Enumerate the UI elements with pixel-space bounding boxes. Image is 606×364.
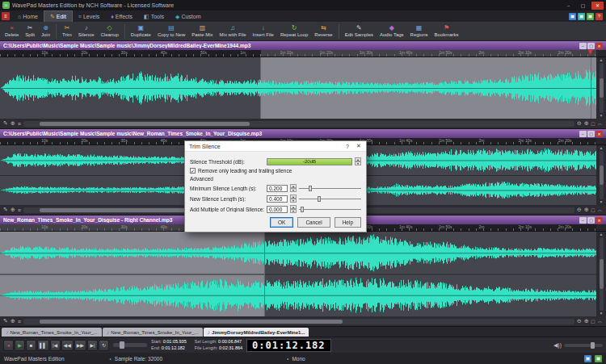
field-slider[interactable] (299, 185, 361, 192)
horizontal-scrollbar[interactable] (23, 121, 574, 127)
vertical-scrollbar[interactable]: ▲▼ (596, 145, 606, 205)
scrub-slider[interactable] (113, 343, 147, 347)
silence-button[interactable]: ♪Silence (76, 23, 97, 40)
vertical-scroll-track[interactable] (600, 63, 604, 113)
spinner-down-icon[interactable]: ▼ (355, 161, 361, 165)
edit-pencil-icon[interactable]: ✎ (3, 318, 8, 324)
statusbar-right-icon[interactable]: ▣ (595, 355, 602, 362)
spinner[interactable]: ▲▼ (290, 195, 297, 203)
track-close-button[interactable]: ✕ (595, 131, 603, 137)
mix-with-file-button[interactable]: ♫Mix with File (217, 23, 249, 40)
slider-thumb[interactable] (318, 196, 321, 202)
zoom-fit-icon[interactable]: ⇔ (597, 319, 603, 324)
scroll-thumb[interactable] (40, 122, 249, 126)
track-maximize-button[interactable]: ▢ (587, 131, 595, 137)
loop-button[interactable]: ↻ (99, 340, 109, 351)
timeline-ruler[interactable]: 10s20s30s40s50s1m1m 10s1m 20s1m 30s1m 40… (0, 50, 596, 56)
advanced-section-label[interactable]: Advanced (190, 176, 361, 182)
pause-button[interactable]: ▌▌ (37, 340, 49, 351)
spinner-down-icon[interactable]: ▼ (290, 188, 297, 192)
track-minimize-button[interactable]: – (579, 217, 587, 224)
track-minimize-button[interactable]: – (579, 131, 587, 137)
slider-thumb[interactable] (301, 207, 304, 212)
track-close-button[interactable]: ✕ (595, 43, 603, 49)
marker-add-icon[interactable]: ⊕ (11, 207, 15, 213)
suite-icon[interactable]: ▣ (578, 13, 585, 20)
cleanup-button[interactable]: ◇Cleanup (99, 23, 121, 40)
track-title-bar[interactable]: C:\Users\Public\Music\Sample Music\Sampl… (0, 129, 606, 138)
leading-trailing-checkbox[interactable]: ✓ (190, 168, 196, 174)
bookmarks-button[interactable]: ⚑Bookmarks (432, 23, 461, 40)
options-icon[interactable]: ≡ (18, 121, 21, 127)
vertical-scroll-thumb[interactable] (600, 78, 604, 98)
regions-button[interactable]: ▦Regions (408, 23, 431, 40)
zoom-in-icon[interactable]: ⊕ (584, 207, 589, 213)
tab-tools[interactable]: ◧Tools (138, 10, 170, 22)
app-menu-icon[interactable]: ≡ (2, 12, 10, 20)
scroll-up-icon[interactable]: ▲ (600, 146, 604, 150)
field-slider[interactable] (299, 206, 361, 213)
zoom-in-icon[interactable]: ⊕ (584, 318, 589, 324)
minimize-button[interactable]: – (562, 2, 574, 10)
play-button[interactable]: ▶ (15, 340, 25, 351)
zoom-out-icon[interactable]: ⊖ (577, 318, 582, 324)
statusbar-right-icon[interactable]: ▣ (584, 355, 591, 362)
tab-effects[interactable]: ♦Effects (105, 10, 138, 22)
go-end-button[interactable]: ▶| (87, 340, 98, 351)
copy-to-new-button[interactable]: ▤Copy to New (155, 23, 187, 40)
track-minimize-button[interactable]: – (579, 43, 587, 49)
dialog-close-icon[interactable]: ✕ (353, 142, 364, 151)
tab-custom[interactable]: ◈Custom (170, 10, 207, 22)
trim-button[interactable]: ✂Trim (60, 23, 74, 40)
record-button[interactable]: ● (3, 340, 14, 351)
scroll-down-icon[interactable]: ▼ (600, 114, 604, 118)
insert-file-button[interactable]: ↓Insert File (250, 23, 276, 40)
join-button[interactable]: ⊕Join (39, 23, 53, 40)
vertical-scroll-track[interactable] (600, 151, 604, 199)
track-maximize-button[interactable]: ▢ (587, 43, 595, 49)
vertical-scroll-thumb[interactable] (600, 165, 604, 185)
tab-edit[interactable]: ✎Edit (44, 10, 73, 22)
delete-button[interactable]: ×Delete (2, 23, 21, 40)
zoom-selection-icon[interactable]: □ (591, 207, 595, 213)
volume-slider[interactable] (564, 344, 603, 347)
spinner[interactable]: ▲▼ (290, 184, 297, 192)
marker-add-icon[interactable]: ⊕ (11, 120, 15, 127)
go-start-button[interactable]: |◀ (50, 340, 61, 351)
options-icon[interactable]: ≡ (18, 319, 21, 324)
stop-button[interactable]: ■ (26, 340, 36, 351)
tab-home[interactable]: ⌂Home (12, 10, 44, 22)
scroll-up-icon[interactable]: ▲ (600, 58, 604, 62)
spinner[interactable]: ▲▼ (290, 205, 297, 213)
spinner-down-icon[interactable]: ▼ (290, 199, 297, 203)
cancel-button[interactable]: Cancel (297, 217, 330, 228)
edit-pencil-icon[interactable]: ✎ (3, 120, 8, 127)
vertical-scrollbar[interactable]: ▲▼ (596, 232, 606, 316)
close-button[interactable]: ✕ (591, 2, 604, 10)
field-slider[interactable] (299, 195, 361, 203)
file-tab[interactable]: ♪New_Roman_Times_Smoke_In_Your_... (2, 328, 102, 337)
zoom-out-icon[interactable]: ⊖ (577, 120, 582, 127)
scrub-thumb[interactable] (120, 341, 124, 349)
duplicate-button[interactable]: ▣Duplicate (128, 23, 154, 40)
volume-thumb[interactable] (591, 342, 595, 349)
scroll-down-icon[interactable]: ▼ (600, 312, 604, 316)
zoom-selection-icon[interactable]: □ (591, 121, 595, 127)
minimum-silence-length-s--input[interactable]: 0.200 (267, 185, 288, 192)
file-tab[interactable]: ♪JimmyDorseyMildredBailey-EverMine1... (204, 328, 309, 337)
add-multiple-of-original-silence--input[interactable]: 0.000 (267, 206, 288, 213)
repeat-loop-button[interactable]: ↻Repeat Loop (278, 23, 310, 40)
scroll-down-icon[interactable]: ▼ (600, 200, 604, 204)
reverse-button[interactable]: ⇆Reverse (312, 23, 335, 40)
horizontal-scrollbar[interactable] (23, 319, 574, 324)
paste-mix-button[interactable]: ▥Paste Mix (189, 23, 215, 40)
tab-levels[interactable]: ≡Levels (73, 10, 105, 22)
track-maximize-button[interactable]: ▢ (587, 217, 595, 224)
spinner-down-icon[interactable]: ▼ (290, 209, 297, 213)
fast-forward-button[interactable]: ▶▶ (74, 340, 86, 351)
threshold-spinner[interactable]: ▲▼ (355, 157, 361, 165)
track-title-bar[interactable]: C:\Users\Public\Music\Sample Music\Sampl… (0, 41, 606, 50)
vertical-scroll-track[interactable] (600, 237, 604, 311)
track-close-button[interactable]: ✕ (595, 217, 603, 224)
edit-pencil-icon[interactable]: ✎ (3, 207, 8, 213)
